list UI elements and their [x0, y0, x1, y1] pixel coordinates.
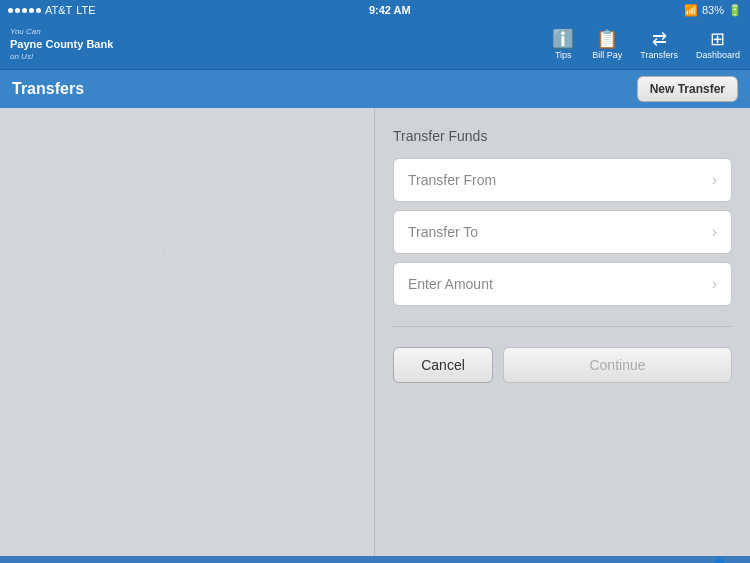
- footer: Copyright 2014 👤 Sign Off: [0, 556, 750, 563]
- new-transfer-button[interactable]: New Transfer: [637, 76, 738, 102]
- transfer-from-chevron-icon: ›: [712, 171, 717, 189]
- battery-label: 83%: [702, 4, 724, 16]
- left-panel: [0, 108, 375, 556]
- status-bar-left: AT&T LTE: [8, 4, 96, 16]
- nav-label-billpay: Bill Pay: [592, 50, 622, 60]
- carrier-label: AT&T: [45, 4, 72, 16]
- enter-amount-label: Enter Amount: [408, 276, 493, 292]
- signal-dot-2: [15, 8, 20, 13]
- transfer-from-field[interactable]: Transfer From ›: [393, 158, 732, 202]
- transfers-icon: ⇄: [652, 30, 667, 48]
- nav-item-dashboard[interactable]: ⊞ Dashboard: [696, 30, 740, 60]
- sign-off-button[interactable]: 👤 Sign Off: [704, 558, 736, 564]
- status-bar-right: 📶 83% 🔋: [684, 4, 742, 17]
- logo-on-us: on Us!: [10, 52, 33, 62]
- bank-logo: You Can Payne County Bank on Us!: [10, 27, 113, 62]
- page-header: Transfers New Transfer: [0, 70, 750, 108]
- status-bar-time: 9:42 AM: [369, 4, 411, 16]
- cancel-button[interactable]: Cancel: [393, 347, 493, 383]
- form-divider: [393, 326, 732, 327]
- dashboard-icon: ⊞: [710, 30, 725, 48]
- bluetooth-icon: 📶: [684, 4, 698, 17]
- signal-dots: [8, 8, 41, 13]
- signal-dot-1: [8, 8, 13, 13]
- status-bar: AT&T LTE 9:42 AM 📶 83% 🔋: [0, 0, 750, 20]
- nav-item-tips[interactable]: ℹ️ Tips: [552, 30, 574, 60]
- nav-label-transfers: Transfers: [640, 50, 678, 60]
- battery-icon: 🔋: [728, 4, 742, 17]
- nav-label-dashboard: Dashboard: [696, 50, 740, 60]
- right-panel: Transfer Funds Transfer From › Transfer …: [375, 108, 750, 556]
- button-row: Cancel Continue: [393, 347, 732, 383]
- section-title: Transfer Funds: [393, 128, 732, 144]
- transfer-to-chevron-icon: ›: [712, 223, 717, 241]
- main-content: Transfer Funds Transfer From › Transfer …: [0, 108, 750, 556]
- header-nav: ℹ️ Tips 📋 Bill Pay ⇄ Transfers ⊞ Dashboa…: [552, 30, 740, 60]
- logo-you-can: You Can: [10, 27, 41, 37]
- signal-dot-3: [22, 8, 27, 13]
- enter-amount-field[interactable]: Enter Amount ›: [393, 262, 732, 306]
- nav-item-transfers[interactable]: ⇄ Transfers: [640, 30, 678, 60]
- signal-dot-4: [29, 8, 34, 13]
- app-header: You Can Payne County Bank on Us! ℹ️ Tips…: [0, 20, 750, 70]
- continue-button[interactable]: Continue: [503, 347, 732, 383]
- transfer-to-field[interactable]: Transfer To ›: [393, 210, 732, 254]
- network-type: LTE: [76, 4, 95, 16]
- signal-dot-5: [36, 8, 41, 13]
- billpay-icon: 📋: [596, 30, 618, 48]
- transfer-from-label: Transfer From: [408, 172, 496, 188]
- nav-item-billpay[interactable]: 📋 Bill Pay: [592, 30, 622, 60]
- enter-amount-chevron-icon: ›: [712, 275, 717, 293]
- page-title: Transfers: [12, 80, 84, 98]
- logo-bank-name: Payne County Bank: [10, 37, 113, 51]
- transfer-to-label: Transfer To: [408, 224, 478, 240]
- nav-label-tips: Tips: [555, 50, 572, 60]
- tips-icon: ℹ️: [552, 30, 574, 48]
- sign-off-icon: 👤: [711, 558, 728, 564]
